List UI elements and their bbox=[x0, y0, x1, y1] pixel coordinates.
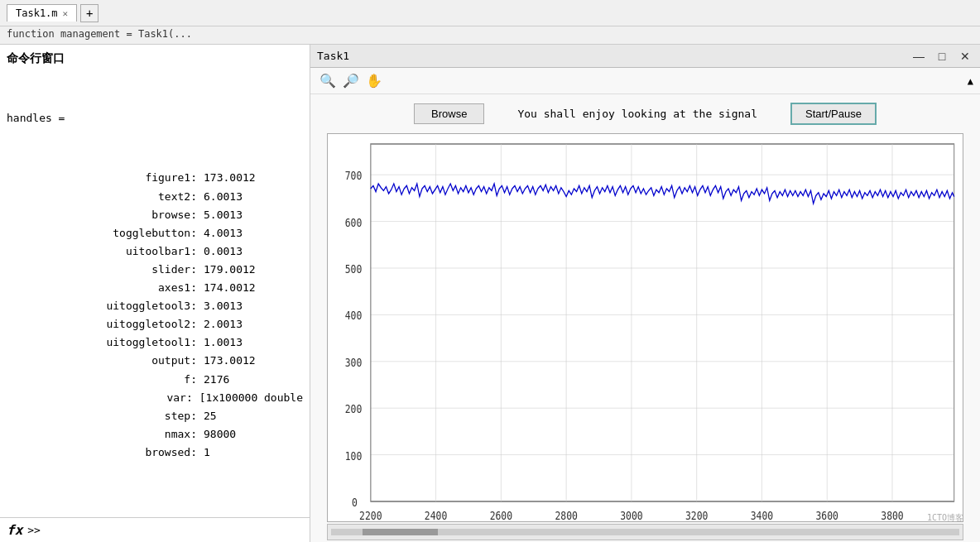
signal-polyline bbox=[371, 184, 954, 204]
prop-value: 3.0013 bbox=[204, 297, 303, 315]
chart-svg: 0 100 200 300 400 500 600 700 bbox=[328, 134, 963, 521]
prop-value: 174.0012 bbox=[204, 279, 303, 297]
fx-bar: fx >> bbox=[0, 517, 310, 542]
window-controls: — □ ✕ bbox=[910, 48, 973, 65]
prop-name: uitoggletool2: bbox=[81, 315, 197, 333]
svg-text:500: 500 bbox=[345, 263, 363, 276]
watermark: 1CTO博客 bbox=[927, 512, 963, 524]
prop-row: uitoggletool3:3.0013 bbox=[7, 297, 303, 315]
minimize-button[interactable]: — bbox=[910, 48, 927, 65]
prop-name: figure1: bbox=[81, 169, 197, 187]
slider-thumb[interactable] bbox=[363, 529, 438, 535]
svg-text:300: 300 bbox=[345, 357, 363, 369]
svg-text:3400: 3400 bbox=[751, 510, 773, 521]
prop-value: 179.0012 bbox=[204, 261, 303, 279]
slider-track bbox=[331, 529, 959, 535]
prop-name: var: bbox=[77, 389, 193, 407]
toolbar: 🔍 🔎 ✋ ▲ bbox=[310, 68, 980, 94]
prop-value: 25 bbox=[204, 407, 303, 425]
svg-text:2600: 2600 bbox=[490, 510, 512, 521]
prop-name: nmax: bbox=[81, 425, 197, 444]
prop-row: output:173.0012 bbox=[7, 352, 303, 370]
prop-name: step: bbox=[81, 407, 197, 425]
prop-value: 0.0013 bbox=[204, 242, 303, 261]
prop-value: 6.0013 bbox=[204, 188, 303, 206]
prop-value: 1 bbox=[204, 444, 303, 462]
new-tab-button[interactable]: + bbox=[80, 4, 98, 22]
svg-text:2800: 2800 bbox=[555, 510, 577, 521]
close-button[interactable]: ✕ bbox=[957, 48, 973, 65]
prop-row: slider:179.0012 bbox=[7, 261, 303, 279]
prop-value: 5.0013 bbox=[204, 206, 303, 224]
scrollbar[interactable] bbox=[327, 524, 963, 540]
prop-value: [1x100000 double bbox=[199, 389, 303, 407]
cmd-window-title: 命令行窗口 bbox=[7, 51, 303, 66]
prop-row: step:25 bbox=[7, 407, 303, 425]
prop-row: nmax:98000 bbox=[7, 425, 303, 444]
prop-name: togglebutton: bbox=[81, 224, 197, 242]
handles-label: handles = bbox=[7, 109, 303, 127]
prop-value: 173.0012 bbox=[204, 169, 303, 187]
control-row: Browse You shall enjoy looking at the si… bbox=[310, 94, 980, 133]
svg-text:400: 400 bbox=[345, 310, 363, 323]
left-panel: 命令行窗口 handles = figure1:173.0012text2:6.… bbox=[0, 45, 310, 542]
tab-close-icon[interactable]: ✕ bbox=[63, 8, 69, 19]
prop-name: uitoggletool1: bbox=[81, 333, 197, 352]
expand-button[interactable]: ▲ bbox=[968, 75, 973, 87]
prop-name: f: bbox=[81, 371, 197, 389]
svg-text:3200: 3200 bbox=[685, 510, 708, 521]
chart-container: 0 100 200 300 400 500 600 700 bbox=[327, 133, 963, 522]
svg-text:2400: 2400 bbox=[425, 510, 447, 521]
right-panel: Task1 — □ ✕ 🔍 🔎 ✋ ▲ Browse You shall enj… bbox=[310, 45, 980, 542]
prop-name: output: bbox=[81, 352, 197, 370]
prop-row: text2:6.0013 bbox=[7, 188, 303, 206]
maximize-button[interactable]: □ bbox=[934, 48, 950, 65]
prop-row: togglebutton:4.0013 bbox=[7, 224, 303, 242]
props-container: figure1:173.0012text2:6.0013browse:5.001… bbox=[7, 169, 303, 462]
prop-row: axes1:174.0012 bbox=[7, 279, 303, 297]
svg-text:700: 700 bbox=[345, 170, 363, 182]
prop-row: browsed:1 bbox=[7, 444, 303, 462]
zoom-out-icon[interactable]: 🔎 bbox=[340, 70, 362, 92]
prop-value: 173.0012 bbox=[204, 352, 303, 370]
prop-name: text2: bbox=[81, 188, 197, 206]
prop-name: uitoggletool3: bbox=[81, 297, 197, 315]
task-titlebar: Task1 — □ ✕ bbox=[310, 45, 980, 68]
editor-tabbar: Task1.m ✕ + bbox=[0, 0, 980, 26]
editor-tab-task1[interactable]: Task1.m ✕ bbox=[7, 4, 77, 22]
prop-row: figure1:173.0012 bbox=[7, 169, 303, 187]
tab-label: Task1.m bbox=[16, 7, 58, 19]
chart-area: 0 100 200 300 400 500 600 700 bbox=[310, 133, 980, 542]
prop-row: uitoggletool2:2.0013 bbox=[7, 315, 303, 333]
prop-row: uitoggletool1:1.0013 bbox=[7, 333, 303, 352]
prop-name: browsed: bbox=[81, 444, 197, 462]
prompt: >> bbox=[27, 524, 41, 536]
task-window-title: Task1 bbox=[317, 50, 349, 62]
prop-row: browse:5.0013 bbox=[7, 206, 303, 224]
svg-text:3600: 3600 bbox=[816, 510, 838, 521]
prop-value: 2176 bbox=[204, 371, 303, 389]
prop-value: 98000 bbox=[204, 425, 303, 444]
svg-text:3800: 3800 bbox=[881, 510, 903, 521]
prop-value: 1.0013 bbox=[204, 333, 303, 352]
svg-text:600: 600 bbox=[345, 217, 363, 229]
signal-text: You shall enjoy looking at the signal bbox=[517, 108, 757, 120]
prop-name: uitoolbar1: bbox=[81, 242, 197, 261]
svg-text:3000: 3000 bbox=[620, 510, 642, 521]
svg-text:0: 0 bbox=[352, 496, 358, 509]
svg-text:200: 200 bbox=[345, 403, 363, 415]
prop-row: f:2176 bbox=[7, 371, 303, 389]
zoom-in-icon[interactable]: 🔍 bbox=[317, 70, 339, 92]
prop-name: browse: bbox=[81, 206, 197, 224]
breadcrumb: function management = Task1(... bbox=[0, 26, 980, 45]
prop-value: 4.0013 bbox=[204, 224, 303, 242]
start-pause-button[interactable]: Start/Pause bbox=[790, 103, 877, 125]
fx-icon: fx bbox=[7, 522, 22, 538]
prop-name: axes1: bbox=[81, 279, 197, 297]
prop-name: slider: bbox=[81, 261, 197, 279]
svg-rect-16 bbox=[371, 144, 954, 501]
prop-row: uitoolbar1:0.0013 bbox=[7, 242, 303, 261]
svg-text:100: 100 bbox=[345, 450, 363, 463]
pan-icon[interactable]: ✋ bbox=[363, 70, 385, 92]
browse-button[interactable]: Browse bbox=[414, 103, 484, 124]
